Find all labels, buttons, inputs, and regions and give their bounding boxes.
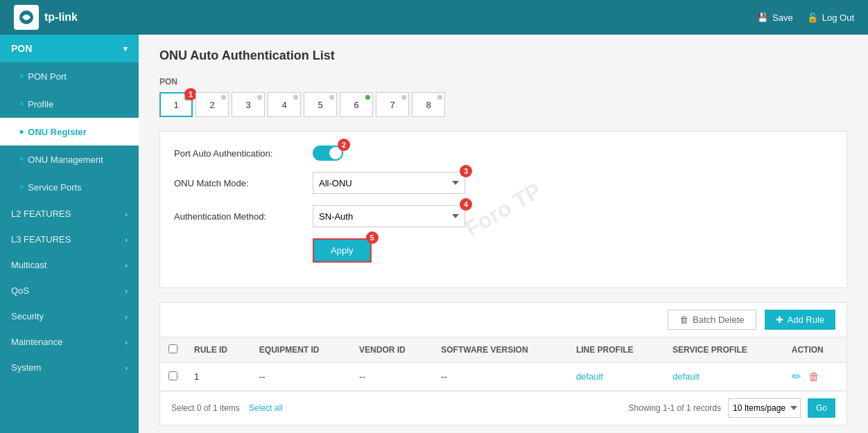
port-status-dot: [365, 95, 370, 100]
auth-method-select[interactable]: SN-Auth LOID-Auth SN+LOID-Auth: [313, 205, 465, 227]
auth-method-label: Authentication Method:: [174, 211, 313, 222]
table-toolbar: 🗑 Batch Delete ✚ Add Rule: [160, 303, 847, 337]
cell-service-profile: default: [664, 363, 783, 391]
chevron-right-icon: ›: [125, 312, 128, 321]
header-actions: 💾 Save 🔓 Log Out: [757, 12, 854, 23]
col-vendor-id: VENDOR ID: [351, 337, 433, 363]
step-badge-2: 2: [338, 139, 350, 151]
chevron-right-icon: ›: [125, 236, 128, 244]
sidebar-item-service-ports[interactable]: • Service Ports: [0, 173, 139, 201]
header: tp-link 💾 Save 🔓 Log Out: [0, 0, 868, 35]
sidebar-item-onu-register[interactable]: • ONU Register: [0, 118, 139, 145]
pon-port-4[interactable]: 4: [268, 92, 301, 117]
sidebar-multicast[interactable]: Multicast ›: [0, 252, 139, 278]
content-area: ONU Auto Authentication List PON 1 1 2 3: [139, 35, 868, 433]
showing-text: Showing 1-1 of 1 records: [629, 403, 721, 413]
logout-button[interactable]: 🔓 Log Out: [807, 12, 854, 23]
port-status-dot: [437, 95, 442, 100]
sidebar-system[interactable]: System ›: [0, 355, 139, 380]
auth-form: Port Auto Authentication: 2 ONU Match Mo…: [159, 131, 847, 288]
dot-icon: •: [19, 125, 24, 138]
footer-left: Select 0 of 1 items Select all: [171, 403, 283, 413]
sidebar-l3-features[interactable]: L3 FEATURES ›: [0, 227, 139, 252]
footer-right: Showing 1-1 of 1 records 10 Items/page 2…: [629, 398, 835, 418]
port-status-dot: [257, 95, 262, 100]
chevron-right-icon: ›: [125, 210, 128, 218]
trash-icon: 🗑: [679, 315, 688, 325]
port-auth-label: Port Auto Authentication:: [174, 148, 313, 159]
pon-port-3[interactable]: 3: [232, 92, 265, 117]
delete-icon[interactable]: 🗑: [808, 371, 819, 382]
step-badge-3: 3: [460, 165, 472, 177]
select-all-link[interactable]: Select all: [249, 403, 283, 413]
logout-icon: 🔓: [807, 12, 818, 23]
dot-icon: •: [19, 181, 24, 193]
pon-port-section: PON 1 1 2 3 4: [159, 77, 847, 117]
sidebar-qos[interactable]: QoS ›: [0, 278, 139, 303]
cell-line-profile: default: [568, 363, 664, 391]
table-row: 1 -- -- -- default default ✏ 🗑: [160, 363, 847, 391]
chevron-right-icon: ›: [125, 287, 128, 295]
port-status-dot: [293, 95, 298, 100]
cell-software-version: --: [433, 363, 568, 391]
page-title: ONU Auto Authentication List: [159, 48, 847, 63]
cell-vendor-id: --: [351, 363, 433, 391]
sidebar-item-pon-port[interactable]: • PON Port: [0, 62, 139, 90]
save-button[interactable]: 💾 Save: [757, 12, 793, 23]
save-icon: 💾: [757, 12, 768, 23]
cell-equipment-id: --: [251, 363, 351, 391]
logo-icon: [14, 5, 39, 30]
pon-port-5[interactable]: 5: [304, 92, 337, 117]
pon-port-1[interactable]: 1 1: [159, 92, 193, 117]
col-equipment-id: EQUIPMENT ID: [251, 337, 351, 363]
pon-port-2[interactable]: 2: [196, 92, 229, 117]
step-badge-5: 5: [366, 231, 379, 244]
apply-button[interactable]: Apply: [313, 238, 372, 263]
col-action: ACTION: [783, 337, 847, 363]
onu-match-select[interactable]: All-ONU SN LOID SN+LOID: [313, 172, 465, 194]
pon-port-6[interactable]: 6: [340, 92, 373, 117]
row-checkbox[interactable]: [168, 371, 177, 380]
col-service-profile: SERVICE PROFILE: [664, 337, 783, 363]
dot-icon: •: [19, 70, 24, 82]
logo-text: tp-link: [44, 11, 78, 24]
chevron-right-icon: ›: [125, 364, 128, 372]
table-header-row: RULE ID EQUIPMENT ID VENDOR ID SOFTWARE …: [160, 337, 847, 363]
sidebar-security[interactable]: Security ›: [0, 303, 139, 329]
plus-icon: ✚: [776, 315, 783, 325]
go-button[interactable]: Go: [808, 398, 835, 418]
apply-row: Apply 5: [174, 238, 833, 263]
sidebar: PON ▾ • PON Port • Profile • ONU Registe…: [0, 35, 139, 433]
sidebar-item-onu-management[interactable]: • ONU Management: [0, 145, 139, 173]
select-count: Select 0 of 1 items: [171, 403, 240, 413]
col-line-profile: LINE PROFILE: [568, 337, 664, 363]
rules-table: RULE ID EQUIPMENT ID VENDOR ID SOFTWARE …: [160, 337, 847, 391]
rules-table-section: 🗑 Batch Delete ✚ Add Rule RULE ID EQUIPM…: [159, 302, 847, 425]
sidebar-maintenance[interactable]: Maintenance ›: [0, 329, 139, 355]
port-auth-row: Port Auto Authentication: 2: [174, 145, 833, 161]
onu-match-row: ONU Match Mode: All-ONU SN LOID SN+LOID …: [174, 172, 833, 194]
onu-match-label: ONU Match Mode:: [174, 178, 313, 188]
chevron-down-icon: ▾: [123, 44, 128, 53]
edit-icon[interactable]: ✏: [792, 371, 801, 382]
sidebar-l2-features[interactable]: L2 FEATURES ›: [0, 201, 139, 227]
pon-port-8[interactable]: 8: [412, 92, 445, 117]
port-status-dot: [221, 95, 226, 100]
chevron-right-icon: ›: [125, 338, 128, 346]
per-page-select[interactable]: 10 Items/page 20 Items/page 50 Items/pag…: [728, 398, 801, 418]
sidebar-item-profile[interactable]: • Profile: [0, 90, 139, 118]
main-layout: PON ▾ • PON Port • Profile • ONU Registe…: [0, 35, 868, 433]
row-checkbox-cell[interactable]: [160, 363, 186, 391]
logo: tp-link: [14, 5, 78, 30]
cell-action: ✏ 🗑: [783, 363, 847, 391]
pon-port-7[interactable]: 7: [376, 92, 409, 117]
sidebar-pon-section[interactable]: PON ▾: [0, 35, 139, 62]
dot-icon: •: [19, 98, 24, 110]
batch-delete-button[interactable]: 🗑 Batch Delete: [668, 310, 756, 330]
select-all-checkbox[interactable]: [168, 344, 177, 353]
table-footer: Select 0 of 1 items Select all Showing 1…: [160, 391, 847, 425]
step-badge-4: 4: [460, 198, 472, 211]
add-rule-button[interactable]: ✚ Add Rule: [765, 310, 835, 330]
port-status-dot: [401, 95, 406, 100]
select-all-header[interactable]: [160, 337, 186, 363]
